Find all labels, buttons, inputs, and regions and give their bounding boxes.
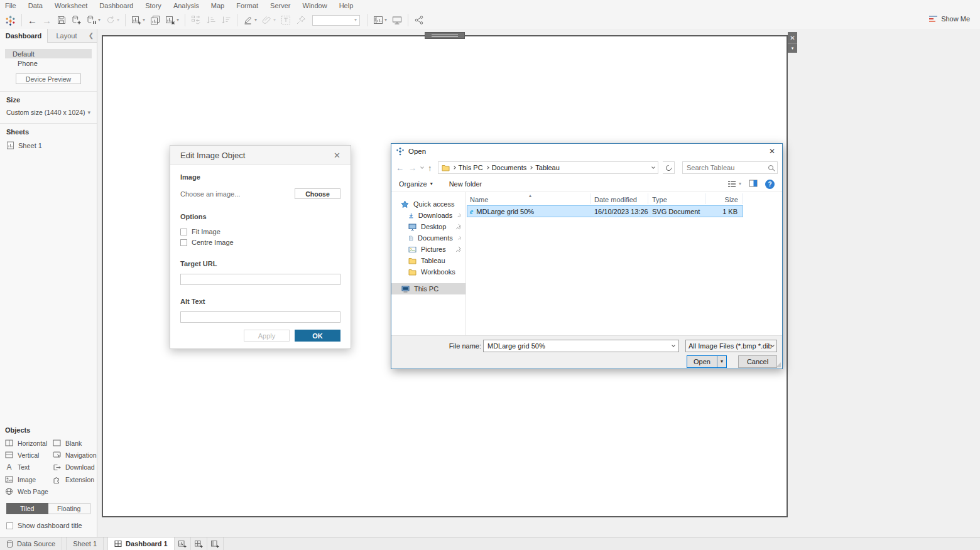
column-size[interactable]: Size <box>706 193 743 204</box>
new-worksheet-tab-button[interactable] <box>175 537 191 550</box>
object-horizontal[interactable]: Horizontal <box>5 439 53 447</box>
show-hide-cards-button[interactable]: ▾ <box>371 14 389 26</box>
cancel-button[interactable]: Cancel <box>738 355 777 368</box>
tab-dashboard[interactable]: Dashboard <box>0 29 48 43</box>
file-type-filter[interactable]: All Image Files (*.bmp *.dib *.e <box>685 340 777 352</box>
dashboard1-tab[interactable]: Dashboard 1 <box>107 537 175 550</box>
view-mode-button[interactable]: ▾ <box>727 180 741 188</box>
menu-file[interactable]: File <box>5 2 16 9</box>
object-download[interactable]: Download <box>53 463 97 472</box>
refresh-data-button[interactable]: ▾ <box>103 14 122 26</box>
dropdown-caret-icon[interactable]: ▾ <box>384 18 387 23</box>
object-web-page[interactable]: Web Page <box>5 487 53 495</box>
floating-button[interactable]: Floating <box>48 503 91 514</box>
organize-button[interactable]: Organize ▾ <box>399 180 433 188</box>
centre-image-checkbox[interactable] <box>180 239 187 246</box>
show-dashboard-title-checkbox[interactable] <box>6 522 13 529</box>
search-input[interactable] <box>687 164 768 171</box>
sheet1-tab[interactable]: Sheet 1 <box>66 537 104 550</box>
dropdown-caret-icon[interactable]: ▾ <box>143 18 145 23</box>
search-box[interactable] <box>682 161 778 174</box>
highlight-button[interactable]: ▾ <box>241 14 259 26</box>
up-icon[interactable]: ↑ <box>428 164 432 172</box>
nav-tableau-folder[interactable]: Tableau <box>391 255 466 266</box>
menu-server[interactable]: Server <box>270 2 290 9</box>
tab-layout[interactable]: Layout <box>48 29 85 42</box>
menu-map[interactable]: Map <box>211 2 224 9</box>
close-icon[interactable]: ✕ <box>334 151 340 160</box>
menu-data[interactable]: Data <box>28 2 43 9</box>
fix-axes-button[interactable] <box>293 14 308 26</box>
column-name[interactable]: ▲ Name <box>466 193 591 204</box>
breadcrumb-tableau[interactable]: Tableau <box>535 164 560 171</box>
sheet-list-item[interactable]: Sheet 1 <box>6 141 90 149</box>
save-button[interactable] <box>54 14 69 26</box>
menu-analysis[interactable]: Analysis <box>173 2 199 9</box>
dropdown-caret-icon[interactable]: ▾ <box>117 18 119 23</box>
alt-text-input[interactable] <box>180 311 340 323</box>
duplicate-sheet-button[interactable] <box>148 14 163 26</box>
object-drag-handle[interactable] <box>425 32 465 39</box>
pause-auto-updates-button[interactable]: ▾ <box>84 14 103 26</box>
device-phone-item[interactable]: Phone <box>5 58 92 68</box>
remove-object-button[interactable]: ✕ <box>788 32 797 43</box>
undo-button[interactable]: ← <box>25 14 40 26</box>
format-links-button[interactable]: ▾ <box>259 14 278 26</box>
nav-downloads[interactable]: Downloads <box>391 210 466 221</box>
nav-this-pc[interactable]: This PC <box>391 283 466 294</box>
device-default-item[interactable]: Default <box>5 49 92 58</box>
nav-desktop[interactable]: Desktop <box>391 221 466 232</box>
refresh-button[interactable] <box>663 161 675 174</box>
menu-worksheet[interactable]: Worksheet <box>55 2 87 9</box>
object-image[interactable]: Image <box>5 475 53 483</box>
presentation-mode-button[interactable] <box>389 14 405 26</box>
dropdown-caret-icon[interactable]: ▾ <box>273 18 276 23</box>
open-button[interactable]: Open ▾ <box>687 355 727 368</box>
object-text[interactable]: A Text <box>5 463 53 472</box>
nav-pictures[interactable]: Pictures <box>391 244 466 255</box>
nav-quick-access[interactable]: Quick access <box>391 198 466 210</box>
address-bar[interactable]: This PC Documents Tableau <box>438 161 659 174</box>
target-url-input[interactable] <box>180 274 340 285</box>
nav-workbooks-folder[interactable]: Workbooks <box>391 266 466 278</box>
size-selector[interactable]: Custom size (1440 x 1024) ▾ <box>6 109 90 116</box>
sort-ascending-button[interactable] <box>204 14 219 26</box>
show-mark-labels-button[interactable] <box>278 14 293 26</box>
sort-descending-button[interactable] <box>219 14 234 26</box>
apply-button[interactable]: Apply <box>244 330 290 342</box>
new-story-tab-button[interactable] <box>207 537 224 550</box>
object-blank[interactable]: Blank <box>53 439 97 447</box>
tiled-button[interactable]: Tiled <box>6 503 48 514</box>
address-dropdown-icon[interactable] <box>651 165 655 169</box>
swap-rows-columns-button[interactable] <box>188 14 204 26</box>
object-vertical[interactable]: Vertical <box>5 451 53 459</box>
preview-pane-button[interactable] <box>749 179 758 189</box>
fit-image-checkbox[interactable] <box>180 229 187 235</box>
collapse-pane-icon[interactable]: ❮ <box>85 29 97 42</box>
forward-icon[interactable]: → <box>408 164 416 172</box>
breadcrumb-this-pc[interactable]: This PC <box>459 164 483 171</box>
dropdown-caret-icon[interactable]: ▾ <box>177 18 179 23</box>
menu-help[interactable]: Help <box>339 2 354 9</box>
nav-documents[interactable]: Documents <box>391 232 466 244</box>
column-type[interactable]: Type <box>648 193 706 204</box>
object-options-button[interactable]: ▾ <box>788 43 797 53</box>
new-folder-button[interactable]: New folder <box>449 180 482 188</box>
menu-window[interactable]: Window <box>303 2 327 9</box>
open-split-caret-icon[interactable]: ▾ <box>717 356 726 367</box>
share-workbook-button[interactable] <box>411 14 427 26</box>
ok-button[interactable]: OK <box>295 330 340 342</box>
object-extension[interactable]: Extension <box>53 475 97 483</box>
redo-button[interactable]: → <box>40 14 54 26</box>
help-icon[interactable]: ? <box>765 180 775 189</box>
fit-selector[interactable]: ▾ <box>312 15 360 26</box>
new-dashboard-tab-button[interactable] <box>191 537 207 550</box>
choose-button[interactable]: Choose <box>295 188 340 199</box>
object-navigation[interactable]: Navigation <box>53 451 97 459</box>
clear-sheet-button[interactable]: ▾ <box>163 14 182 26</box>
menu-dashboard[interactable]: Dashboard <box>99 2 133 9</box>
data-source-tab[interactable]: Data Source <box>0 537 62 550</box>
dropdown-caret-icon[interactable]: ▾ <box>254 18 257 23</box>
back-icon[interactable]: ← <box>396 164 404 172</box>
dropdown-caret-icon[interactable]: ▾ <box>98 18 101 23</box>
